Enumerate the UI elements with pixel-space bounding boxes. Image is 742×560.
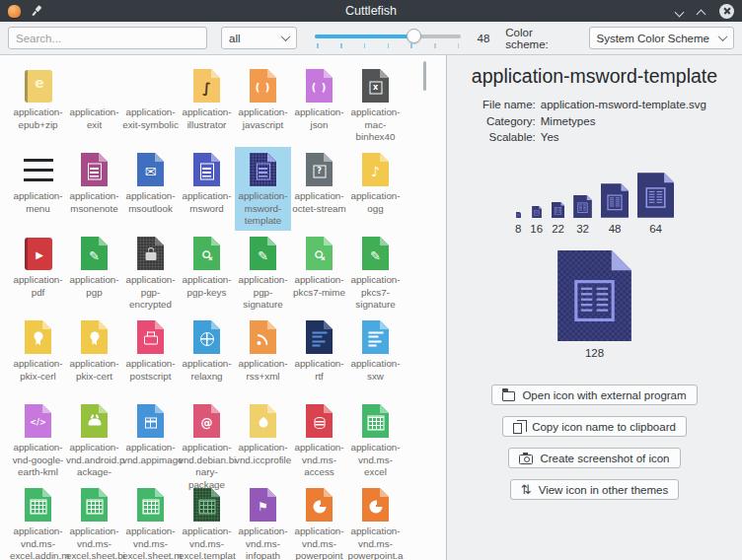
icon-grid: eapplication- epub+zipapplication- exita… [0,55,446,560]
icon-grid-item[interactable]: application- menu [10,147,66,231]
icon-grid-item-label: application- pkix-cerl [10,358,66,383]
icon-grid-item[interactable]: ♀application- pkcs7-mime [291,231,347,315]
rss-glyph-icon [257,333,269,345]
icon-grid-item[interactable]: application- rss+xml [235,315,291,398]
mimetype-icon: x [362,69,389,103]
icon-grid-item[interactable]: application- vnd.ms- excel.templat [179,482,235,560]
icon-grid-item[interactable]: application- pgp- encrypted [122,231,179,315]
icon-grid-item[interactable]: application- pkix-cerl [10,315,66,398]
icon-grid-item[interactable]: ♀application- pgp-keys [179,231,235,315]
icon-preview-48: 48 [601,183,629,235]
icon-grid-item[interactable]: application- vnd.iccprofile [235,398,291,482]
mimetype-icon [306,488,333,522]
create-screenshot-of-icon-button[interactable]: Create screenshot of icon [508,448,680,468]
icon-grid-item-label: application- msoutlook [122,190,179,215]
mimetype-icon: ▶ [25,238,52,270]
filter-dropdown[interactable]: all [221,27,297,49]
chevron-down-icon [281,32,291,41]
view-icon-in-other-themes-button[interactable]: ⇅View icon in other themes [510,479,679,500]
icon-grid-item[interactable]: application- vnd.ms- powerpoint.a [347,482,404,560]
pin-icon[interactable] [29,3,45,20]
icon-grid-item-label: application- vnd.ms- excel.templat [179,525,235,560]
icon-grid-item[interactable]: @application- vnd.debian.bi nary-package [179,398,235,482]
icon-preview-8: 8 [515,212,521,235]
icon-grid-item[interactable]: ▶application- pdf [10,231,66,315]
icon-grid-item[interactable]: application- vnd.appimage [122,398,179,482]
icon-grid-item[interactable]: ✎application- pgp-signature [235,231,291,315]
icon-grid-item[interactable]: application- postscript [122,315,179,398]
copy-icon-name-to-clipboard-button[interactable]: Copy icon name to clipboard [502,416,687,437]
maximize-icon[interactable] [698,7,705,15]
color-scheme-label: Color scheme: [505,27,576,50]
icon-grid-item[interactable]: application- vnd.ms-excel [347,398,404,482]
color-scheme-value: System Color Scheme [597,33,709,44]
mimetype-icon [81,320,108,354]
search-input[interactable] [8,27,207,49]
chevron-down-icon [718,32,728,41]
icon-grid-item[interactable]: application- vnd.ms- excel.addin.m [10,482,66,560]
icon-preview-size-label: 64 [649,223,662,235]
icon-grid-item[interactable]: application-rtf [291,315,347,398]
slider-handle[interactable] [407,29,421,43]
icon-grid-item[interactable]: ✎application- pgp [66,231,122,315]
mimetype-icon: ? [306,153,333,186]
icon-grid-item[interactable]: application- msword [179,147,235,231]
cuttlefish-window: Cuttlefish all 48 Color scheme: System C… [0,0,742,560]
icon-grid-item[interactable]: application- vnd.ms- powerpoint [291,482,347,560]
size-preview-row: 8 16 22 32 48 [447,173,742,235]
icon-grid-item[interactable]: application- vnd.android.p ackage- [66,398,122,482]
mimetype-icon: @ [193,404,220,438]
icon-grid-item-label: application- pgp-keys [179,274,235,299]
icon-grid-item[interactable]: ✎application- pkcs7- signature [347,231,404,315]
icon-grid-item[interactable]: ♪application- ogg [347,147,404,231]
close-icon[interactable] [719,4,734,19]
icon-grid-item[interactable]: application- relaxng [179,315,235,398]
env-glyph-icon: ✉ [145,165,157,178]
icon-grid-item[interactable]: ⚑application- vnd.ms- infopath [235,482,291,560]
icon-grid-item[interactable]: application- exit [66,63,122,147]
icon-grid-item-label: application- json [291,106,347,131]
icon-grid-item[interactable]: ( )application- javascript [235,63,291,147]
icon-grid-item[interactable]: </>application- vnd-google- earth-kml [10,398,66,482]
grid-glyph-icon [86,499,103,514]
icon-preview-size-label: 8 [515,223,521,235]
scrollbar[interactable] [423,61,426,91]
minimize-icon[interactable] [676,7,684,15]
icon-grid-item[interactable]: application- vnd.ms- access [291,398,347,482]
icon-grid-item[interactable]: application- sxw [347,315,404,398]
icon-preview-size-label: 32 [576,223,589,235]
page-title: application-msword-template [447,65,742,88]
icon-grid-item[interactable]: eapplication- epub+zip [10,63,66,147]
icon-preview-size-label: 22 [552,223,564,235]
icon-grid-item[interactable]: application- pkix-cert [66,315,122,398]
mimetype-icon [362,320,389,354]
mimetype-icon [306,404,333,438]
button-label: Open icon with external program [522,389,686,401]
icon-grid-item[interactable]: application- msonenote [66,147,122,231]
field-value: application-msword-template.svg [541,99,706,110]
icon-grid-item[interactable]: application- vnd.ms- excel.sheet.m [122,482,179,560]
icon-list-panel: eapplication- epub+zipapplication- exita… [0,55,447,560]
icon-grid-item-label: application- vnd.ms-excel [347,442,404,479]
slider-value: 48 [477,33,489,44]
icon-grid-item[interactable]: ✉application- msoutlook [122,147,179,231]
icon-grid-item[interactable]: application- exit-symbolic [122,63,179,147]
e-glyph-icon: e [35,76,44,90]
icon-grid-item-label: application- vnd.ms- excel.sheet.m [122,525,179,560]
color-scheme-dropdown[interactable]: System Color Scheme [589,27,735,49]
icon-grid-item[interactable]: ∫application- illustrator [179,63,235,147]
mimetype-icon [193,488,220,522]
icon-grid-item[interactable]: ?application- octet-stream [291,147,347,231]
icon-grid-item[interactable]: application- msword- template [235,147,291,231]
icon-grid-item[interactable]: ( )application- json [291,63,347,147]
icon-grid-item-label: application- vnd.ms- excel.addin.m [10,525,66,560]
parens-glyph-icon: ( ) [312,83,328,93]
open-icon-with-external-program-button[interactable]: Open icon with external program [491,385,697,405]
icon-grid-item-label: application- vnd.ms- excel.sheet.bi [66,525,122,560]
icon-grid-item-label: application- epub+zip [10,106,66,131]
icon-size-slider[interactable] [315,28,461,49]
icon-preview-size-label: 48 [609,223,622,235]
mimetype-icon [137,237,164,270]
icon-grid-item[interactable]: xapplication- mac-binhex40 [347,63,404,147]
icon-grid-item[interactable]: application- vnd.ms- excel.sheet.bi [66,482,122,560]
